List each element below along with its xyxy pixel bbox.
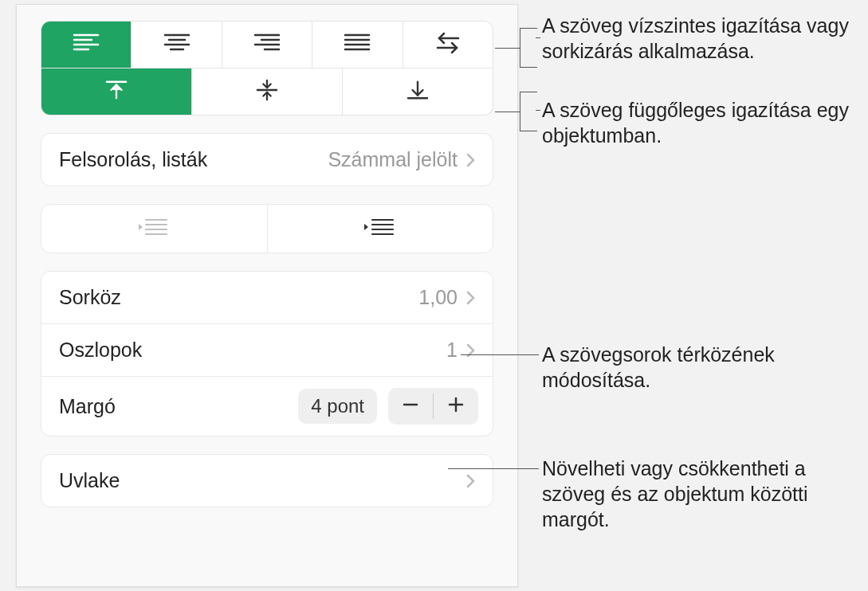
svg-marker-29 <box>139 224 143 230</box>
margin-value: 4 pont <box>298 389 377 424</box>
indent-icon <box>364 216 396 241</box>
outdent-button[interactable] <box>41 205 268 252</box>
margin-decrease-button[interactable] <box>388 388 433 425</box>
line-spacing-label: Sorköz <box>59 286 121 309</box>
leader-horiz-to-text <box>536 37 540 38</box>
callout-line-spacing: A szövegsorok térközének módosítása. <box>542 342 845 393</box>
columns-label: Oszlopok <box>59 339 142 362</box>
bullets-lists-row[interactable]: Felsorolás, listák Számmal jelölt <box>41 134 493 186</box>
line-spacing-value: 1,00 <box>418 286 458 309</box>
leader-horiz <box>495 48 520 49</box>
align-center-button[interactable] <box>132 22 222 68</box>
columns-row[interactable]: Oszlopok 1 <box>41 324 493 377</box>
indent-button[interactable] <box>268 205 493 252</box>
align-left-icon <box>73 32 100 57</box>
horizontal-align-group <box>41 21 493 68</box>
spacing-card: Sorköz 1,00 Oszlopok 1 Margó <box>41 271 493 436</box>
align-right-button[interactable] <box>222 22 312 68</box>
chevron-right-icon <box>465 153 475 167</box>
margin-label: Margó <box>59 395 116 418</box>
bullets-lists-label: Felsorolás, listák <box>59 148 207 171</box>
callout-horizontal-align: A szöveg vízszintes igazítása vagy sorki… <box>542 13 865 64</box>
dropcaps-row[interactable]: Uvlake <box>41 455 493 507</box>
plus-icon <box>447 396 465 417</box>
dropcaps-card: Uvlake <box>41 454 493 507</box>
callout-vertical-align: A szöveg függőleges igazítása egy objekt… <box>542 97 865 148</box>
margin-stepper <box>388 388 478 425</box>
format-panel: Felsorolás, listák Számmal jelölt <box>16 4 518 587</box>
text-direction-icon <box>434 32 461 57</box>
text-direction-button[interactable] <box>403 22 493 68</box>
leader-vert-to-text <box>536 110 540 111</box>
align-justify-button[interactable] <box>312 22 403 68</box>
bracket-horiz <box>520 28 537 68</box>
valign-middle-button[interactable] <box>192 68 343 115</box>
leader-margin <box>448 468 539 469</box>
valign-top-icon <box>103 79 130 104</box>
valign-top-button[interactable] <box>41 68 192 115</box>
align-left-button[interactable] <box>41 22 132 68</box>
callout-margin: Növelheti vagy csökkentheti a szöveg és … <box>542 456 861 532</box>
chevron-right-icon <box>465 291 475 305</box>
margin-increase-button[interactable] <box>434 388 478 425</box>
outdent-icon <box>138 216 170 241</box>
leader-vert <box>495 112 520 112</box>
valign-bottom-icon <box>404 79 431 104</box>
indent-group <box>41 204 493 253</box>
columns-value: 1 <box>446 339 458 362</box>
dropcaps-label: Uvlake <box>59 469 120 492</box>
bracket-vert <box>520 92 537 131</box>
chevron-right-icon <box>465 474 475 488</box>
margin-row: Margó 4 pont <box>41 377 493 436</box>
minus-icon <box>402 396 419 417</box>
vertical-align-group <box>41 68 493 115</box>
valign-bottom-button[interactable] <box>343 68 493 115</box>
valign-middle-icon <box>253 79 281 104</box>
align-right-icon <box>253 32 281 57</box>
leader-spacing <box>461 354 539 355</box>
panel-content: Felsorolás, listák Számmal jelölt <box>17 5 517 586</box>
align-justify-icon <box>344 32 371 57</box>
bullets-lists-value-group: Számmal jelölt <box>328 148 475 171</box>
svg-marker-35 <box>364 224 368 230</box>
bullets-lists-value: Számmal jelölt <box>328 148 458 171</box>
align-center-icon <box>163 32 190 57</box>
bullets-lists-card: Felsorolás, listák Számmal jelölt <box>41 133 493 186</box>
line-spacing-row[interactable]: Sorköz 1,00 <box>41 272 493 324</box>
